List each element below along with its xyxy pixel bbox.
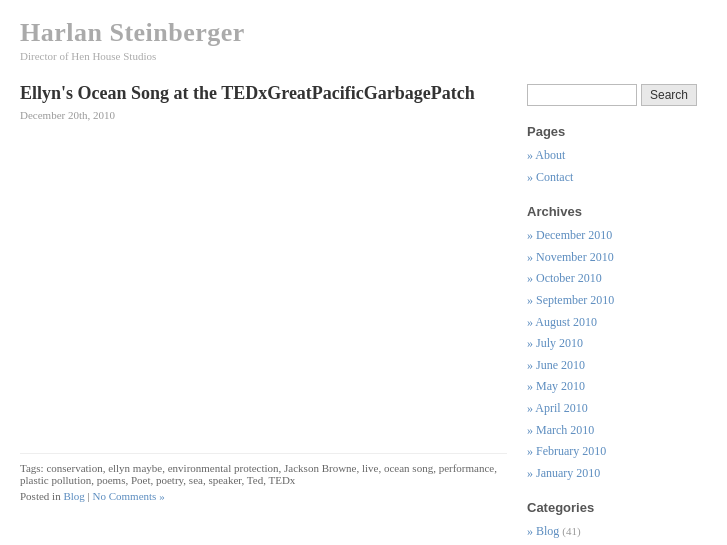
post-content	[20, 133, 507, 433]
list-item: About	[527, 145, 707, 167]
about-link[interactable]: About	[535, 148, 565, 162]
list-item: April 2010	[527, 398, 707, 420]
archives-heading: Archives	[527, 204, 707, 219]
list-item: October 2010	[527, 268, 707, 290]
archive-month-link[interactable]: July 2010	[536, 336, 583, 350]
categories-heading: Categories	[527, 500, 707, 515]
archive-month-link[interactable]: February 2010	[536, 444, 606, 458]
pages-list: About Contact	[527, 145, 707, 188]
list-item: August 2010	[527, 312, 707, 334]
main-content: Ellyn's Ocean Song at the TEDxGreatPacif…	[20, 82, 507, 545]
tags-label: Tags:	[20, 462, 46, 474]
archive-month-link[interactable]: April 2010	[535, 401, 587, 415]
posted-in-label: Posted in	[20, 490, 61, 502]
post-title: Ellyn's Ocean Song at the TEDxGreatPacif…	[20, 82, 507, 105]
blog-category-link[interactable]: Blog	[63, 490, 84, 502]
archive-month-link[interactable]: March 2010	[536, 423, 594, 437]
search-input[interactable]	[527, 84, 637, 106]
list-item: Blog (41)	[527, 521, 707, 543]
categories-list: Blog (41)	[527, 521, 707, 543]
list-item: Contact	[527, 167, 707, 189]
content-area: Ellyn's Ocean Song at the TEDxGreatPacif…	[0, 72, 727, 545]
contact-link[interactable]: Contact	[536, 170, 573, 184]
tags-line: Tags: conservation, ellyn maybe, environ…	[20, 462, 507, 486]
archive-month-link[interactable]: June 2010	[536, 358, 585, 372]
categories-section: Categories Blog (41)	[527, 500, 707, 543]
list-item: July 2010	[527, 333, 707, 355]
sidebar: Search Pages About Contact Archives Dece…	[527, 82, 707, 545]
list-item: February 2010	[527, 441, 707, 463]
list-item: January 2010	[527, 463, 707, 485]
list-item: December 2010	[527, 225, 707, 247]
pages-section: Pages About Contact	[527, 124, 707, 188]
no-comments-link[interactable]: No Comments »	[93, 490, 165, 502]
list-item: May 2010	[527, 376, 707, 398]
archives-section: Archives December 2010November 2010Octob…	[527, 204, 707, 484]
search-button[interactable]: Search	[641, 84, 697, 106]
site-header: Harlan Steinberger Director of Hen House…	[0, 0, 727, 72]
archive-month-link[interactable]: October 2010	[536, 271, 602, 285]
archive-month-link[interactable]: September 2010	[536, 293, 614, 307]
list-item: March 2010	[527, 420, 707, 442]
posted-in-line: Posted in Blog | No Comments »	[20, 490, 507, 502]
page-wrapper: Harlan Steinberger Director of Hen House…	[0, 0, 727, 545]
list-item: November 2010	[527, 247, 707, 269]
archive-month-link[interactable]: January 2010	[536, 466, 600, 480]
blog-link[interactable]: Blog	[536, 524, 559, 538]
archive-month-link[interactable]: May 2010	[536, 379, 585, 393]
pages-heading: Pages	[527, 124, 707, 139]
archives-list: December 2010November 2010October 2010Se…	[527, 225, 707, 484]
blog-count: (41)	[562, 525, 580, 537]
post-footer: Tags: conservation, ellyn maybe, environ…	[20, 453, 507, 502]
search-box: Search	[527, 84, 707, 106]
site-tagline: Director of Hen House Studios	[20, 50, 707, 62]
archive-month-link[interactable]: December 2010	[536, 228, 612, 242]
list-item: June 2010	[527, 355, 707, 377]
post-date: December 20th, 2010	[20, 109, 507, 121]
archive-month-link[interactable]: November 2010	[536, 250, 614, 264]
list-item: September 2010	[527, 290, 707, 312]
tags-values: conservation, ellyn maybe, environmental…	[20, 462, 497, 486]
site-title: Harlan Steinberger	[20, 18, 707, 48]
archive-month-link[interactable]: August 2010	[535, 315, 597, 329]
